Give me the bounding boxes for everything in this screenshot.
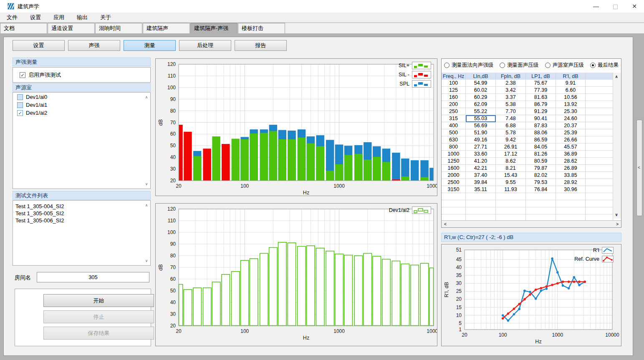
table-cell[interactable]: 49.16	[466, 136, 496, 143]
scroll-down-icon[interactable]: ∨	[615, 212, 618, 217]
subtab-4[interactable]: 报告	[235, 40, 287, 51]
table-cell[interactable]: 24.60	[556, 115, 586, 122]
table-cell[interactable]: 42.21	[466, 165, 496, 172]
table-cell[interactable]: 91.29	[526, 108, 556, 115]
table-cell[interactable]: 3150	[442, 186, 466, 193]
table-cell[interactable]: 9.55	[496, 179, 526, 186]
table-cell[interactable]	[586, 179, 613, 186]
table-cell[interactable]: 41.20	[466, 158, 496, 165]
channel-item-2[interactable]: ✓Dev1/ai2	[13, 108, 150, 116]
table-cell[interactable]: 33.60	[466, 151, 496, 158]
table-cell[interactable]: 1600	[442, 165, 466, 172]
table-cell[interactable]: 2000	[442, 172, 466, 179]
scroll-up-icon[interactable]: ∧	[144, 203, 149, 207]
table-cell[interactable]: 11.93	[496, 186, 526, 193]
table-cell[interactable]	[586, 193, 613, 200]
scroll-up-icon[interactable]: ∧	[144, 95, 149, 99]
table-cell[interactable]: 200	[442, 101, 466, 108]
menu-item-2[interactable]: 应用	[52, 13, 66, 22]
table-cell[interactable]: 90.41	[526, 115, 556, 122]
menu-item-1[interactable]: 设置	[28, 13, 43, 22]
table-cell[interactable]: 86.79	[526, 101, 556, 108]
table-row[interactable]: 160042.218.2179.8726.89	[442, 165, 613, 172]
enable-intensity-checkbox[interactable]: ✓ 启用声强测试	[13, 68, 150, 79]
table-cell[interactable]	[466, 200, 496, 207]
table-cell[interactable]	[526, 200, 556, 207]
table-cell[interactable]: 15.43	[496, 172, 526, 179]
table-cell[interactable]	[442, 207, 466, 214]
table-cell[interactable]: 5.78	[496, 129, 526, 136]
table-cell[interactable]: 2500	[442, 179, 466, 186]
table-cell[interactable]	[496, 193, 526, 200]
table-cell[interactable]: 20.37	[556, 122, 586, 129]
menu-item-4[interactable]: 关于	[98, 13, 113, 22]
table-cell[interactable]: 37.40	[466, 172, 496, 179]
menu-item-0[interactable]: 文件	[5, 13, 19, 22]
table-cell[interactable]: 75.67	[526, 80, 556, 87]
table-cell[interactable]	[586, 101, 613, 108]
table-header-1[interactable]: LIn,dB	[466, 73, 496, 80]
table-header-4[interactable]: R'I, dB	[556, 73, 586, 80]
table-row[interactable]	[442, 193, 613, 200]
table-cell[interactable]	[526, 193, 556, 200]
table-cell[interactable]: 400	[442, 122, 466, 129]
table-cell[interactable]	[586, 151, 613, 158]
table-cell[interactable]	[586, 172, 613, 179]
table-cell[interactable]: 17.12	[496, 151, 526, 158]
scroll-left-icon[interactable]: <	[444, 222, 447, 227]
menu-item-3[interactable]: 输出	[75, 13, 89, 22]
table-cell[interactable]: 81.63	[526, 94, 556, 101]
table-header-2[interactable]: FpIn, dB	[496, 73, 526, 80]
table-header-0[interactable]: Freq., Hz	[442, 73, 466, 80]
table-cell[interactable]: 2.38	[496, 80, 526, 87]
table-cell[interactable]	[442, 193, 466, 200]
table-cell[interactable]: 36.89	[556, 151, 586, 158]
scroll-up-icon[interactable]: ∧	[615, 74, 618, 79]
table-cell[interactable]: 88.06	[526, 129, 556, 136]
table-cell[interactable]	[586, 158, 613, 165]
table-cell[interactable]: 35.11	[466, 186, 496, 193]
table-cell[interactable]	[586, 122, 613, 129]
radio-2[interactable]: 声源室声压级	[545, 62, 584, 69]
table-cell[interactable]: 8.62	[496, 158, 526, 165]
tab-0[interactable]: 文档	[0, 23, 47, 33]
table-cell[interactable]	[496, 200, 526, 207]
table-cell[interactable]: 25.39	[556, 129, 586, 136]
table-cell[interactable]: 5.38	[496, 101, 526, 108]
table-cell[interactable]: 1250	[442, 158, 466, 165]
table-cell[interactable]	[586, 108, 613, 115]
table-header-3[interactable]: LP1, dB	[526, 73, 556, 80]
table-cell[interactable]: 6.88	[496, 122, 526, 129]
start-button[interactable]: 开始	[43, 294, 154, 307]
table-row[interactable]: 10054.992.3875.679.91	[442, 80, 613, 87]
table-header-5[interactable]	[586, 73, 613, 80]
table-cell[interactable]	[496, 207, 526, 214]
table-cell[interactable]	[586, 87, 613, 94]
table-cell[interactable]: 62.09	[466, 101, 496, 108]
table-cell[interactable]	[556, 193, 586, 200]
table-row[interactable]: 31555.037.4890.4124.60	[442, 115, 613, 122]
table-row[interactable]: 40056.696.8887.8320.37	[442, 122, 613, 129]
stop-button[interactable]: 停止	[43, 310, 154, 323]
panel-collapse-handle[interactable]: <	[636, 120, 642, 216]
table-cell[interactable]	[466, 207, 496, 214]
tab-3[interactable]: 建筑隔声	[143, 23, 190, 33]
table-cell[interactable]: 9.42	[496, 136, 526, 143]
table-cell[interactable]	[586, 115, 613, 122]
subtab-0[interactable]: 设置	[13, 40, 65, 51]
table-cell[interactable]: 30.96	[556, 186, 586, 193]
tab-1[interactable]: 通道设置	[48, 23, 95, 33]
table-cell[interactable]: 125	[442, 87, 466, 94]
table-cell[interactable]: 55.03	[466, 115, 496, 122]
table-cell[interactable]: 630	[442, 136, 466, 143]
table-row[interactable]: 12560.023.4277.396.60	[442, 87, 613, 94]
table-cell[interactable]: 84.05	[526, 143, 556, 151]
table-cell[interactable]: 25.30	[556, 108, 586, 115]
tab-4[interactable]: 建筑隔声-声强	[190, 23, 237, 33]
table-cell[interactable]	[556, 207, 586, 214]
table-cell[interactable]	[586, 207, 613, 214]
table-cell[interactable]: 60.02	[466, 87, 496, 94]
table-cell[interactable]: 55.22	[466, 108, 496, 115]
table-cell[interactable]: 8.21	[496, 165, 526, 172]
table-cell[interactable]: 500	[442, 129, 466, 136]
